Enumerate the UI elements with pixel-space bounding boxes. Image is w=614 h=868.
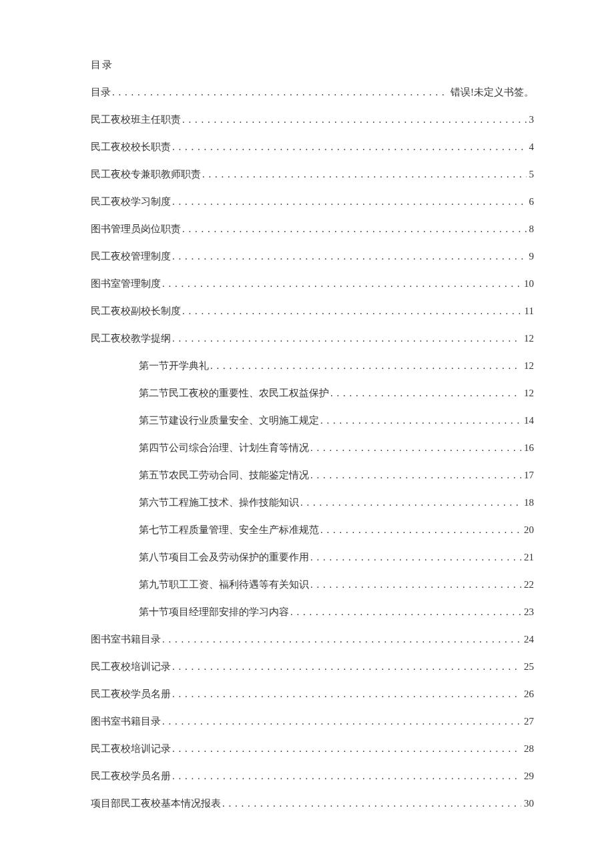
toc-entry-label: 第七节工程质量管理、安全生产标准规范 bbox=[139, 524, 319, 536]
toc-entry-page: 23 bbox=[523, 606, 534, 618]
toc-entry: 项目部民工夜校基本情况报表30 bbox=[91, 797, 534, 810]
toc-entry-label: 民工夜校班主任职责 bbox=[91, 113, 181, 126]
toc-leader-dots bbox=[172, 251, 527, 262]
toc-entry-label: 民工夜校专兼职教师职责 bbox=[91, 168, 201, 181]
toc-leader-dots bbox=[172, 196, 527, 207]
toc-entry-page: 28 bbox=[523, 743, 534, 755]
toc-entry: 民工夜校教学提纲12 bbox=[91, 332, 534, 345]
toc-entry: 民工夜校培训记录25 bbox=[91, 661, 534, 673]
toc-entry: 民工夜校专兼职教师职责5 bbox=[91, 168, 534, 181]
toc-leader-dots bbox=[162, 634, 521, 645]
toc-leader-dots bbox=[320, 524, 521, 536]
toc-entry-label: 民工夜校培训记录 bbox=[91, 661, 171, 673]
toc-entry-label: 图书室书籍目录 bbox=[91, 715, 161, 728]
toc-entry-page: 24 bbox=[523, 634, 534, 645]
toc-entry: 第二节民工夜校的重要性、农民工权益保护12 bbox=[91, 387, 534, 400]
toc-entry-page: 8 bbox=[528, 224, 535, 235]
toc-entry: 民工夜校管理制度9 bbox=[91, 250, 534, 263]
toc-entry: 第四节公司综合治理、计划生育等情况16 bbox=[91, 442, 534, 454]
toc-entry-label: 民工夜校校长职责 bbox=[91, 141, 171, 153]
toc-entry-page: 21 bbox=[523, 552, 534, 563]
toc-leader-dots bbox=[310, 579, 521, 590]
toc-entry-page: 11 bbox=[523, 306, 534, 317]
toc-entry-page: 22 bbox=[523, 579, 534, 590]
toc-entry-page: 25 bbox=[523, 661, 534, 673]
toc-entry-page: 17 bbox=[523, 470, 534, 481]
toc-entry-page: 29 bbox=[523, 771, 534, 782]
toc-leader-dots bbox=[162, 716, 521, 727]
toc-entry-label: 第十节项目经理部安排的学习内容 bbox=[139, 606, 289, 618]
toc-entry: 图书室管理制度10 bbox=[91, 278, 534, 290]
toc-heading: 目录 bbox=[91, 59, 534, 71]
toc-entry-label: 民工夜校教学提纲 bbox=[91, 332, 171, 345]
toc-entry-label: 项目部民工夜校基本情况报表 bbox=[91, 797, 221, 810]
toc-leader-dots bbox=[172, 661, 521, 673]
toc-entry-label: 第二节民工夜校的重要性、农民工权益保护 bbox=[139, 387, 329, 400]
toc-entry-page: 5 bbox=[528, 169, 535, 180]
toc-entry: 图书管理员岗位职责8 bbox=[91, 223, 534, 236]
toc-entry-page: 10 bbox=[523, 278, 534, 290]
toc-entry: 民工夜校班主任职责3 bbox=[91, 113, 534, 126]
toc-entry: 民工夜校培训记录28 bbox=[91, 743, 534, 755]
toc-entry-label: 第九节职工工资、福利待遇等有关知识 bbox=[139, 578, 309, 591]
toc-entry-label: 第三节建设行业质量安全、文明施工规定 bbox=[139, 414, 319, 427]
toc-leader-dots bbox=[162, 278, 521, 290]
toc-leader-dots bbox=[330, 388, 521, 399]
table-of-contents: 目录错误!未定义书签。民工夜校班主任职责3民工夜校校长职责4民工夜校专兼职教师职… bbox=[91, 86, 534, 810]
toc-entry: 民工夜校校长职责4 bbox=[91, 141, 534, 153]
toc-entry-page: 4 bbox=[528, 141, 535, 153]
toc-leader-dots bbox=[182, 224, 527, 235]
toc-entry: 第九节职工工资、福利待遇等有关知识22 bbox=[91, 578, 534, 591]
toc-entry: 第六节工程施工技术、操作技能知识18 bbox=[91, 496, 534, 509]
toc-leader-dots bbox=[202, 169, 527, 180]
toc-entry-page: 12 bbox=[523, 388, 534, 399]
toc-entry-label: 第五节农民工劳动合同、技能鉴定情况 bbox=[139, 469, 309, 482]
toc-entry-label: 图书管理员岗位职责 bbox=[91, 223, 181, 236]
toc-entry-label: 民工夜校学员名册 bbox=[91, 688, 171, 701]
toc-entry: 第三节建设行业质量安全、文明施工规定14 bbox=[91, 414, 534, 427]
toc-entry: 第五节农民工劳动合同、技能鉴定情况17 bbox=[91, 469, 534, 482]
toc-entry-label: 民工夜校学员名册 bbox=[91, 770, 171, 783]
toc-entry: 民工夜校学员名册29 bbox=[91, 770, 534, 783]
toc-entry-label: 图书室书籍目录 bbox=[91, 633, 161, 646]
toc-entry: 民工夜校副校长制度11 bbox=[91, 305, 534, 318]
toc-leader-dots bbox=[112, 87, 448, 98]
toc-leader-dots bbox=[222, 798, 521, 809]
toc-leader-dots bbox=[310, 552, 521, 563]
toc-entry: 图书室书籍目录27 bbox=[91, 715, 534, 728]
toc-entry-page: 26 bbox=[523, 689, 534, 700]
toc-entry-label: 目录 bbox=[91, 86, 111, 99]
toc-entry-label: 第六节工程施工技术、操作技能知识 bbox=[139, 496, 299, 509]
toc-entry-label: 第一节开学典礼 bbox=[139, 360, 209, 372]
toc-entry-page: 12 bbox=[523, 333, 534, 344]
toc-leader-dots bbox=[310, 442, 521, 454]
toc-entry-label: 图书室管理制度 bbox=[91, 278, 161, 290]
toc-entry: 第七节工程质量管理、安全生产标准规范20 bbox=[91, 524, 534, 536]
toc-leader-dots bbox=[310, 470, 521, 481]
toc-entry-page: 18 bbox=[523, 497, 534, 508]
toc-entry: 第一节开学典礼12 bbox=[91, 360, 534, 372]
toc-entry-label: 第八节项目工会及劳动保护的重要作用 bbox=[139, 551, 309, 564]
toc-entry-page: 9 bbox=[528, 251, 535, 262]
toc-leader-dots bbox=[300, 497, 521, 508]
toc-entry-page: 30 bbox=[523, 798, 534, 809]
toc-leader-dots bbox=[182, 306, 522, 317]
toc-entry-label: 第四节公司综合治理、计划生育等情况 bbox=[139, 442, 309, 454]
toc-entry: 第八节项目工会及劳动保护的重要作用21 bbox=[91, 551, 534, 564]
toc-entry: 民工夜校学习制度6 bbox=[91, 195, 534, 208]
toc-leader-dots bbox=[172, 689, 521, 700]
toc-entry-label: 民工夜校学习制度 bbox=[91, 195, 171, 208]
toc-leader-dots bbox=[172, 743, 521, 755]
toc-leader-dots bbox=[290, 606, 521, 618]
toc-entry-page: 16 bbox=[523, 442, 534, 454]
toc-entry: 第十节项目经理部安排的学习内容23 bbox=[91, 606, 534, 618]
toc-leader-dots bbox=[172, 771, 521, 782]
toc-entry: 目录错误!未定义书签。 bbox=[91, 86, 534, 99]
toc-entry-page: 20 bbox=[523, 524, 534, 536]
toc-entry-label: 民工夜校副校长制度 bbox=[91, 305, 181, 318]
toc-leader-dots bbox=[210, 360, 521, 372]
toc-entry: 民工夜校学员名册26 bbox=[91, 688, 534, 701]
toc-entry: 图书室书籍目录24 bbox=[91, 633, 534, 646]
toc-entry-page: 6 bbox=[528, 196, 535, 207]
toc-entry-page: 3 bbox=[528, 114, 535, 125]
